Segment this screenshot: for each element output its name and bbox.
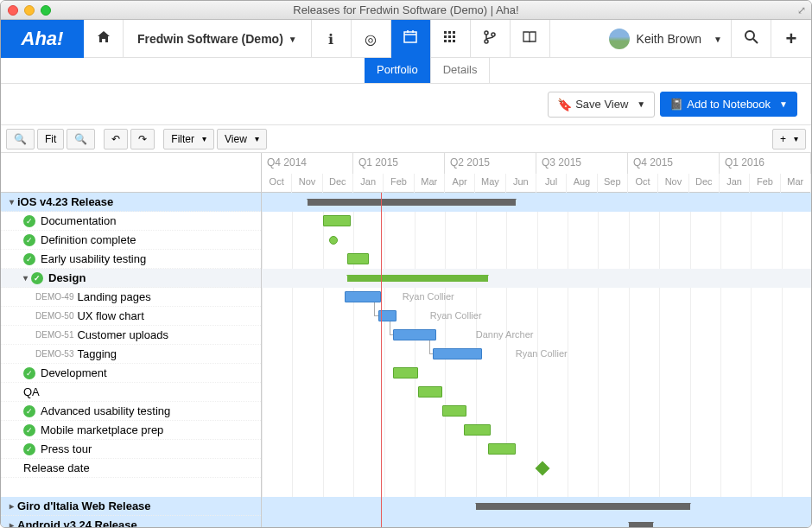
home-icon bbox=[97, 30, 111, 48]
gantt-row[interactable]: DEMO-50UX flow chart bbox=[1, 307, 261, 326]
gantt-row[interactable]: ✓Documentation bbox=[1, 212, 261, 231]
caret-down-icon: ▾ bbox=[794, 134, 798, 143]
task-bar[interactable] bbox=[323, 215, 351, 226]
month-cell: Jun bbox=[506, 174, 536, 193]
svg-rect-5 bbox=[448, 31, 451, 34]
gantt-row[interactable]: ▸Android v3.24 Release bbox=[1, 516, 261, 527]
target-button[interactable]: ◎ bbox=[352, 20, 391, 58]
svg-rect-9 bbox=[453, 35, 455, 38]
row-label: Release date bbox=[23, 461, 90, 474]
row-label: Documentation bbox=[41, 214, 116, 227]
task-bar[interactable] bbox=[464, 424, 492, 436]
milestone-dot[interactable] bbox=[329, 236, 338, 245]
branch-button[interactable] bbox=[471, 20, 511, 58]
add-notebook-button[interactable]: 📓 Add to Notebook ▼ bbox=[660, 92, 797, 117]
task-bar[interactable] bbox=[442, 405, 466, 417]
info-button[interactable]: ℹ bbox=[312, 20, 352, 58]
group-bar[interactable] bbox=[347, 275, 488, 282]
gantt-right-pane[interactable]: Q4 2014Q1 2015Q2 2015Q3 2015Q4 2015Q1 20… bbox=[262, 153, 811, 527]
chevron-down-icon[interactable]: ▾ bbox=[10, 197, 14, 207]
row-label: Design bbox=[48, 271, 86, 284]
zoom-fit-button[interactable]: Fit bbox=[37, 129, 64, 149]
zoom-in-button[interactable]: 🔍 bbox=[6, 129, 35, 149]
gantt-row[interactable]: Release date bbox=[1, 459, 261, 478]
row-label: Press tour bbox=[41, 442, 92, 455]
gantt-row[interactable]: ▾iOS v4.23 Release bbox=[1, 193, 261, 212]
checkmark-icon: ✓ bbox=[31, 272, 43, 284]
gantt-row[interactable] bbox=[1, 478, 261, 497]
redo-button[interactable]: ↷ bbox=[130, 129, 155, 149]
calendar-button[interactable] bbox=[391, 20, 431, 58]
search-button[interactable] bbox=[732, 20, 771, 58]
gantt-row[interactable]: ✓Definition complete bbox=[1, 231, 261, 250]
gantt-row[interactable]: DEMO-49Landing pages bbox=[1, 288, 261, 307]
user-menu[interactable]: Keith Brown ▼ bbox=[600, 20, 732, 58]
month-cell: Mar bbox=[781, 174, 811, 193]
chevron-right-icon[interactable]: ▸ bbox=[10, 520, 14, 527]
task-bar[interactable] bbox=[488, 443, 516, 455]
gantt-row[interactable]: DEMO-51Customer uploads bbox=[1, 326, 261, 345]
tab-portfolio[interactable]: Portfolio bbox=[365, 58, 431, 83]
chevron-down-icon[interactable]: ▾ bbox=[23, 273, 28, 283]
gantt-row[interactable]: ▸Giro d'Italia Web Release bbox=[1, 497, 261, 516]
zoom-out-button[interactable]: 🔍 bbox=[67, 129, 95, 149]
summary-bar[interactable] bbox=[476, 503, 690, 510]
svg-line-17 bbox=[753, 39, 758, 43]
checkmark-icon: ✓ bbox=[23, 443, 35, 455]
view-button[interactable]: View▾ bbox=[217, 129, 267, 149]
search-icon bbox=[745, 30, 758, 48]
summary-bar[interactable] bbox=[308, 199, 516, 206]
month-cell: Jan bbox=[353, 174, 384, 193]
tab-details[interactable]: Details bbox=[431, 58, 491, 83]
svg-rect-10 bbox=[444, 40, 447, 42]
gantt-row[interactable]: ✓Early usability testing bbox=[1, 250, 261, 269]
add-row-button[interactable]: +▾ bbox=[772, 129, 806, 149]
month-cell: Aug bbox=[567, 174, 597, 193]
book-button[interactable] bbox=[511, 20, 550, 58]
logo[interactable]: Aha! bbox=[1, 20, 84, 58]
home-button[interactable] bbox=[84, 20, 124, 58]
task-bar[interactable] bbox=[418, 386, 442, 398]
book-icon bbox=[523, 31, 536, 47]
quarter-cell: Q1 2016 bbox=[720, 153, 811, 174]
window-title: Releases for Fredwin Software (Demo) | A… bbox=[1, 3, 811, 16]
chevron-right-icon[interactable]: ▸ bbox=[10, 501, 14, 511]
task-bar[interactable] bbox=[393, 329, 436, 340]
row-label: Tagging bbox=[77, 347, 117, 360]
gantt-row[interactable]: ✓Mobile marketplace prep bbox=[1, 421, 261, 440]
checkmark-icon: ✓ bbox=[23, 405, 35, 417]
add-button[interactable]: + bbox=[771, 20, 811, 58]
gantt-row[interactable]: ✓Press tour bbox=[1, 440, 261, 459]
assignee-label: Ryan Collier bbox=[403, 291, 454, 302]
task-bar[interactable] bbox=[433, 348, 482, 359]
gantt-row[interactable]: ▾✓Design bbox=[1, 269, 261, 288]
filter-button[interactable]: Filter▾ bbox=[163, 129, 214, 149]
caret-down-icon: ▼ bbox=[779, 99, 788, 109]
undo-button[interactable]: ↶ bbox=[104, 129, 128, 149]
row-label: Landing pages bbox=[77, 290, 150, 303]
gantt-row[interactable]: DEMO-53Tagging bbox=[1, 345, 261, 364]
zoom-in-icon: 🔍 bbox=[14, 133, 27, 145]
gantt-row[interactable]: ✓Development bbox=[1, 364, 261, 383]
gantt-row[interactable]: QA bbox=[1, 383, 261, 402]
expand-icon[interactable]: ⤢ bbox=[797, 4, 806, 16]
month-cell: Oct bbox=[262, 174, 292, 193]
month-cell: Nov bbox=[292, 174, 322, 193]
svg-point-15 bbox=[492, 33, 495, 36]
grid-button[interactable] bbox=[431, 20, 471, 58]
branch-icon bbox=[484, 30, 496, 48]
checkmark-icon: ✓ bbox=[23, 215, 35, 227]
task-bar[interactable] bbox=[347, 253, 369, 264]
summary-bar[interactable] bbox=[629, 522, 653, 527]
month-cell: Dec bbox=[689, 174, 720, 193]
view-label: View bbox=[225, 133, 247, 145]
month-cell: Dec bbox=[323, 174, 353, 193]
task-bar[interactable] bbox=[345, 291, 381, 302]
assignee-label: Danny Archer bbox=[476, 329, 534, 340]
caret-down-icon: ▾ bbox=[255, 134, 259, 143]
task-bar[interactable] bbox=[393, 367, 417, 379]
save-view-button[interactable]: 🔖 Save View ▼ bbox=[548, 92, 655, 118]
month-cell: Feb bbox=[750, 174, 780, 193]
gantt-row[interactable]: ✓Advanced usability testing bbox=[1, 402, 261, 421]
product-selector[interactable]: Fredwin Software (Demo) ▼ bbox=[124, 20, 312, 58]
